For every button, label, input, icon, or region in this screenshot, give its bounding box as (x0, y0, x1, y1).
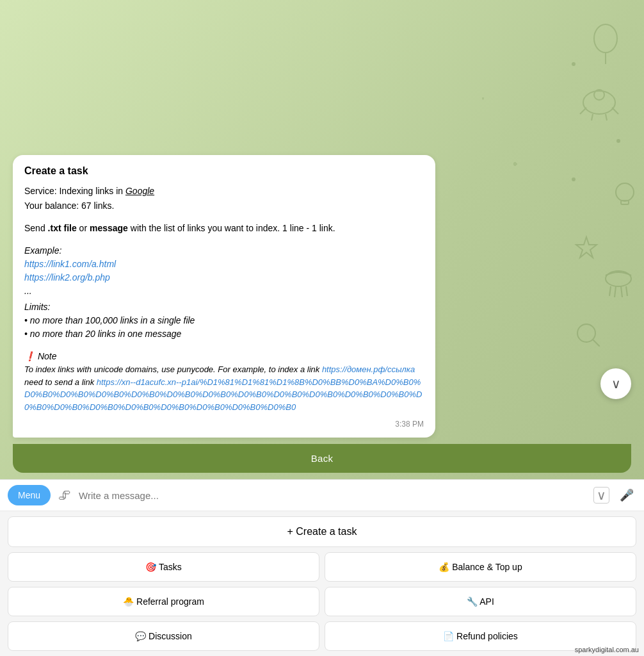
example-label: Example: (24, 244, 424, 258)
example-section: Example: https://link1.com/a.html https:… (24, 244, 424, 298)
limit1: • no more than 100,000 links in a single… (24, 314, 424, 327)
referral-icon: 🐣 (123, 596, 134, 607)
message-title: Create a task (24, 165, 424, 177)
message-input[interactable] (79, 490, 586, 501)
limits-section: Limits: • no more than 100,000 links in … (24, 300, 424, 341)
microphone-icon: 🎤 (620, 489, 634, 502)
api-icon: 🔧 (467, 596, 478, 607)
tasks-button[interactable]: 🎯 Tasks (8, 552, 319, 582)
back-button[interactable]: Back (13, 444, 631, 473)
menu-button[interactable]: Menu (8, 485, 51, 505)
back-button-container: Back (0, 444, 644, 479)
bot-menu: + Create a task 🎯 Tasks 💰 Balance & Top … (0, 511, 644, 656)
note-link1[interactable]: https://домен.рф/ссылка (322, 365, 415, 374)
attachment-button[interactable]: 🖇 (56, 486, 74, 505)
balance-topup-button[interactable]: 💰 Balance & Top up (325, 552, 636, 582)
balance-label: Balance & Top up (452, 562, 522, 572)
note-icon: ❗ (24, 351, 35, 361)
tasks-icon: 🎯 (145, 562, 156, 572)
api-label: API (479, 596, 494, 607)
service-line: Service: Indexing links in Google (24, 184, 424, 198)
service-label: Service: Indexing links in (24, 186, 125, 196)
limit2: • no more than 20 links in one message (24, 327, 424, 341)
discussion-label: Discussion (149, 631, 192, 641)
note-text-before: To index links with unicode domains, use… (24, 365, 322, 374)
refund-label: Refund policies (456, 631, 518, 641)
watermark: sparkydigital.com.au (575, 646, 639, 653)
txt-file-bold: .txt file (48, 223, 77, 233)
ellipsis: ... (24, 284, 424, 298)
scroll-down-button[interactable]: ∨ (600, 368, 631, 399)
discussion-button[interactable]: 💬 Discussion (8, 621, 319, 651)
main-content: Create a task Service: Indexing links in… (0, 0, 644, 656)
input-right-icons: ∨ 🎤 (591, 485, 636, 505)
discussion-icon: 💬 (135, 631, 146, 641)
service-google-link[interactable]: Google (125, 186, 154, 196)
create-task-button[interactable]: + Create a task (8, 516, 636, 547)
note-content: To index links with unicode domains, use… (24, 363, 424, 413)
message-bold: message (90, 223, 128, 233)
paperclip-icon: 🖇 (58, 488, 71, 502)
app-container: Create a task Service: Indexing links in… (0, 0, 644, 656)
microphone-button[interactable]: 🎤 (617, 486, 636, 505)
chat-area: Create a task Service: Indexing links in… (0, 0, 644, 444)
chevron-down-icon: ∨ (611, 376, 621, 391)
message-body: Service: Indexing links in Google Your b… (24, 184, 424, 430)
message-input-row: Menu 🖇 ∨ 🎤 (0, 480, 644, 511)
send-instruction: Send .txt file or message with the list … (24, 222, 424, 235)
chevron-icon: ∨ (593, 487, 609, 504)
note-label: Note (35, 351, 56, 361)
chevron-input-button[interactable]: ∨ (591, 485, 612, 505)
referral-button[interactable]: 🐣 Referral program (8, 587, 319, 616)
note-section: ❗ Note To index links with unicode domai… (24, 350, 424, 413)
tasks-label: Tasks (159, 562, 182, 572)
note-title: ❗ Note (24, 350, 424, 363)
example-link1[interactable]: https://link1.com/a.html (24, 259, 116, 269)
note-text-mid: need to send a link (24, 377, 97, 387)
bottom-panel: Menu 🖇 ∨ 🎤 + Create a task (0, 479, 644, 656)
balance-icon: 💰 (439, 562, 449, 572)
balance-line: Your balance: 67 links. (24, 199, 424, 213)
referral-label: Referral program (136, 596, 204, 607)
refund-icon: 📄 (443, 631, 454, 641)
menu-grid: 🎯 Tasks 💰 Balance & Top up 🐣 Referral pr… (8, 552, 636, 651)
api-button[interactable]: 🔧 API (325, 587, 636, 616)
message-timestamp: 3:38 PM (24, 418, 424, 430)
example-link2[interactable]: https://link2.org/b.php (24, 272, 110, 283)
message-bubble: Create a task Service: Indexing links in… (13, 155, 435, 438)
limits-label: Limits: (24, 300, 424, 314)
